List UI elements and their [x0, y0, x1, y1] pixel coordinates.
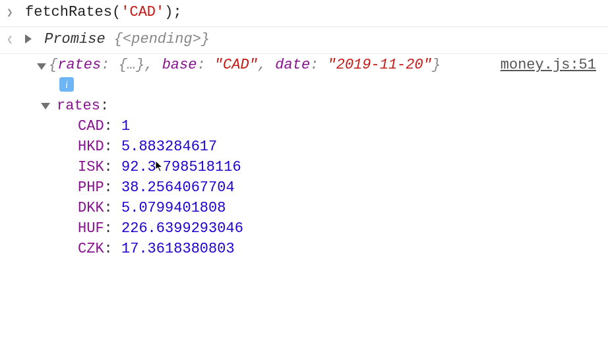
- colon: :: [104, 220, 121, 237]
- disclosure-down-icon[interactable]: [41, 103, 50, 109]
- rate-key: CAD: [78, 118, 104, 135]
- colon: :: [100, 98, 109, 114]
- summary-rates-preview: {…}: [119, 57, 145, 73]
- console-return-row[interactable]: ❮ Promise {<pending>}: [0, 27, 608, 54]
- rate-value: 5.883284617: [121, 138, 217, 155]
- promise-state: {<pending>}: [114, 31, 210, 47]
- console-input-row[interactable]: ❯ fetchRates('CAD');: [0, 0, 608, 27]
- rate-line: ISK: 92.3798518116: [78, 159, 601, 175]
- rate-value: 38.2564067704: [121, 179, 235, 196]
- colon: :: [310, 57, 327, 73]
- rate-line: PHP: 38.2564067704: [78, 179, 601, 196]
- rate-value: 5.0799401808: [121, 200, 226, 216]
- colon: :: [104, 159, 121, 175]
- rate-key: CZK: [78, 241, 104, 257]
- fn-argument: 'CAD': [121, 4, 164, 20]
- rate-key: HUF: [78, 220, 104, 237]
- summary-key-rates: rates: [57, 57, 101, 73]
- summary-base-val: "CAD": [214, 57, 258, 73]
- colon: :: [104, 241, 121, 257]
- rate-line: HUF: 226.6399293046: [78, 220, 601, 237]
- disclosure-down-icon[interactable]: [37, 63, 46, 70]
- fn-name: fetchRates: [25, 4, 112, 20]
- colon: :: [197, 57, 214, 73]
- rates-list: CAD: 1HKD: 5.883284617ISK: 92.3798518116…: [26, 118, 601, 257]
- chevron-right-icon: ❯: [7, 4, 17, 22]
- rate-value: 92.3798518116: [121, 159, 241, 175]
- rate-value: 1: [121, 118, 130, 135]
- colon: :: [104, 138, 121, 155]
- summary-date-val: "2019-11-20": [328, 57, 432, 73]
- comma: ,: [144, 57, 162, 73]
- brace-close: }: [432, 57, 441, 73]
- rate-value: 17.3618380803: [121, 241, 235, 257]
- rate-key: ISK: [78, 159, 104, 175]
- console-log-row: money.js:51 {rates: {…}, base: "CAD", da…: [0, 54, 608, 264]
- open-paren: (: [112, 4, 121, 20]
- close-paren: ): [164, 4, 173, 20]
- rate-key: HKD: [78, 138, 104, 155]
- colon: :: [104, 118, 121, 135]
- chevron-left-icon: ❮: [7, 31, 17, 49]
- colon: :: [104, 179, 121, 196]
- comma: ,: [258, 57, 275, 73]
- rate-line: CAD: 1: [78, 118, 601, 135]
- summary-key-base: base: [162, 57, 197, 73]
- input-expression: fetchRates('CAD');: [25, 4, 182, 20]
- mouse-cursor-icon: [155, 160, 164, 173]
- brace-open: {: [49, 57, 57, 73]
- disclosure-right-icon[interactable]: [25, 34, 32, 44]
- rate-key: DKK: [78, 200, 104, 216]
- colon: :: [101, 57, 118, 73]
- rate-line: DKK: 5.0799401808: [78, 200, 601, 216]
- colon: :: [104, 200, 121, 216]
- object-summary[interactable]: {rates: {…}, base: "CAD", date: "2019-11…: [26, 57, 601, 73]
- promise-type: Promise: [44, 31, 114, 47]
- info-icon[interactable]: i: [59, 77, 74, 92]
- return-value: Promise {<pending>}: [25, 31, 210, 47]
- summary-key-date: date: [275, 57, 310, 73]
- rate-line: CZK: 17.3618380803: [78, 241, 601, 257]
- rate-line: HKD: 5.883284617: [78, 138, 601, 155]
- semicolon: ;: [173, 4, 181, 20]
- rates-header[interactable]: rates:: [57, 98, 601, 114]
- rate-value: 226.6399293046: [121, 220, 243, 237]
- rate-key: PHP: [78, 179, 104, 196]
- rates-key-label: rates: [57, 98, 100, 114]
